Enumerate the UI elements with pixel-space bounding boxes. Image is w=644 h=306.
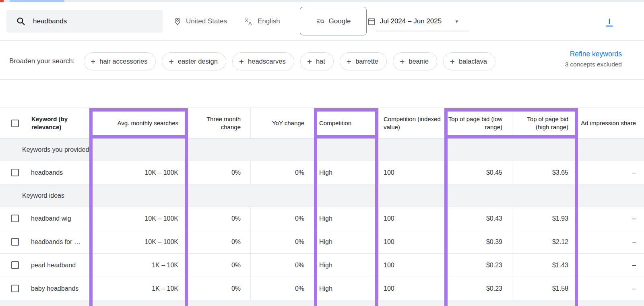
row-checkbox[interactable] [11, 169, 19, 176]
yoy-change-cell: 0% [250, 230, 314, 253]
chip-label: headscarves [248, 58, 286, 65]
translate-icon: X̄A [244, 17, 254, 26]
chip-label: beanie [409, 58, 429, 65]
svg-text:X̄: X̄ [245, 17, 248, 23]
keyword-table: Keyword (by relevance) Avg. monthly sear… [0, 108, 644, 306]
broaden-chip-headscarves[interactable]: +headscarves [232, 52, 294, 70]
search-input[interactable] [33, 17, 146, 25]
refine-keywords-link[interactable]: Refine keywords [565, 50, 622, 58]
concepts-excluded-note: 3 concepts excluded [565, 61, 622, 68]
top-bid-low-cell: $0.45 [444, 161, 512, 184]
ad-impression-share-cell: – [578, 254, 644, 277]
yoy-change-cell: 0% [250, 207, 314, 230]
header-competition-indexed[interactable]: Competition (indexed value) [378, 108, 444, 138]
keyword-cell: headband wig [31, 215, 71, 222]
search-icon [16, 17, 26, 26]
search-network-icon [316, 17, 325, 26]
chevron-down-icon: ▼ [454, 19, 459, 24]
network-selector-button[interactable]: Google [300, 7, 367, 35]
broaden-chip-balaclava[interactable]: +balaclava [443, 52, 495, 70]
broaden-chip-hair-accessories[interactable]: +hair accessories [84, 52, 156, 70]
three-month-change-cell: 0% [188, 277, 250, 300]
ad-impression-share-cell: – [578, 277, 644, 300]
header-avg-monthly-searches[interactable]: Avg. monthly searches [89, 108, 188, 138]
keyword-cell: headbands for … [31, 238, 80, 246]
date-range-label: Jul 2024 – Jun 2025 [380, 17, 442, 25]
section-label: Keywords you provided [22, 146, 89, 153]
competition-cell: High [314, 277, 378, 300]
broaden-chip-hat[interactable]: +hat [300, 52, 334, 70]
top-bid-low-cell: $0.23 [444, 254, 512, 277]
ad-impression-share-cell: – [578, 207, 644, 230]
table-row[interactable]: headbands for … 10K – 100K 0% 0% High 10… [0, 230, 644, 254]
download-icon [604, 17, 615, 28]
keyword-cell: pearl headband [31, 262, 76, 269]
plus-icon: + [307, 57, 312, 66]
competition-cell: High [314, 254, 378, 277]
date-range-selector[interactable]: Jul 2024 – Jun 2025 ▼ [367, 10, 459, 33]
competition-indexed-cell: 100 [378, 230, 444, 253]
header-competition[interactable]: Competition [314, 108, 378, 138]
row-checkbox[interactable] [11, 261, 19, 269]
next-row-partial [0, 300, 644, 306]
keyword-cell: headbands [31, 169, 63, 176]
avg-monthly-searches-cell: 1K – 10K [89, 277, 188, 300]
three-month-change-cell: 0% [188, 254, 250, 277]
download-button[interactable] [602, 15, 617, 30]
table-row[interactable]: pearl headband 1K – 10K 0% 0% High 100 $… [0, 254, 644, 277]
header-ad-impression-share[interactable]: Ad impression share [578, 108, 644, 138]
broaden-chip-barrette[interactable]: +barrette [340, 52, 387, 70]
table-row[interactable]: baby headbands 1K – 10K 0% 0% High 100 $… [0, 277, 644, 300]
avg-monthly-searches-cell: 10K – 100K [89, 207, 188, 230]
table-header-row: Keyword (by relevance) Avg. monthly sear… [0, 108, 644, 139]
competition-indexed-cell: 100 [378, 161, 444, 184]
yoy-change-cell: 0% [250, 277, 314, 300]
plus-icon: + [400, 57, 405, 66]
chip-label: hat [316, 58, 325, 65]
plus-icon: + [450, 57, 455, 66]
top-bid-high-cell: $1.43 [512, 254, 578, 277]
top-bid-high-cell: $1.93 [512, 207, 578, 230]
broaden-chip-beanie[interactable]: +beanie [393, 52, 437, 70]
row-checkbox[interactable] [11, 215, 19, 222]
broaden-label: Broaden your search: [9, 57, 75, 65]
section-label: Keyword ideas [22, 192, 64, 199]
header-top-bid-low[interactable]: Top of page bid (low range) [444, 108, 512, 138]
calendar-icon [367, 17, 376, 26]
location-selector[interactable]: United States [173, 10, 227, 33]
table-row[interactable]: headbands 10K – 100K 0% 0% High 100 $0.4… [0, 161, 644, 184]
top-bid-high-cell: $2.12 [512, 230, 578, 253]
chip-label: barrette [355, 58, 378, 65]
avg-monthly-searches-cell: 10K – 100K [89, 161, 188, 184]
row-checkbox[interactable] [11, 285, 19, 292]
svg-text:A: A [249, 21, 252, 26]
table-row[interactable]: headband wig 10K – 100K 0% 0% High 100 $… [0, 207, 644, 230]
competition-cell: High [314, 161, 378, 184]
header-top-bid-high[interactable]: Top of page bid (high range) [512, 108, 578, 138]
top-bid-high-cell: $1.58 [512, 277, 578, 300]
competition-indexed-cell: 100 [378, 277, 444, 300]
header-three-month-change[interactable]: Three month change [188, 108, 250, 138]
avg-monthly-searches-cell: 10K – 100K [89, 230, 188, 253]
language-selector[interactable]: X̄A English [244, 10, 280, 33]
plus-icon: + [169, 57, 173, 66]
refine-keywords-block: Refine keywords 3 concepts excluded [565, 50, 622, 68]
ad-impression-share-cell: – [578, 230, 644, 253]
avg-monthly-searches-cell: 1K – 10K [89, 254, 188, 277]
header-keyword[interactable]: Keyword (by relevance) [0, 108, 89, 138]
chip-label: easter design [178, 58, 218, 65]
keyword-search-box[interactable] [6, 10, 163, 33]
date-range-underline [376, 31, 469, 31]
select-all-checkbox[interactable] [11, 120, 19, 127]
row-checkbox[interactable] [11, 238, 19, 246]
three-month-change-cell: 0% [188, 230, 250, 253]
header-label: Keyword (by relevance) [31, 115, 89, 132]
competition-indexed-cell: 100 [378, 207, 444, 230]
yoy-change-cell: 0% [250, 161, 314, 184]
header-yoy-change[interactable]: YoY change [250, 108, 314, 138]
plus-icon: + [91, 57, 95, 66]
keyword-planner-screen: United States X̄A English Google Jul 202… [0, 0, 644, 306]
section-row-keywords-you-provided: Keywords you provided [0, 139, 644, 161]
broaden-chip-easter-design[interactable]: +easter design [162, 52, 226, 70]
network-label: Google [329, 17, 351, 25]
